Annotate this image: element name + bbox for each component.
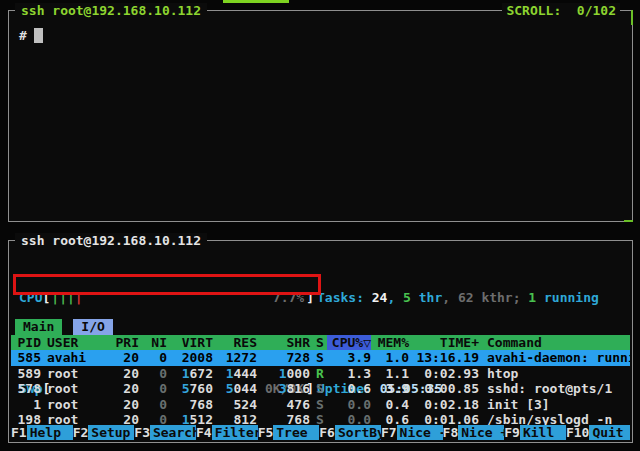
cell-virt: 1672 [167, 366, 213, 382]
fkey-label-F10: F10 [566, 425, 589, 441]
cell-cmd: avahi-daemon: running [479, 350, 630, 366]
fkey-action-nice-+[interactable]: Nice + [458, 425, 504, 441]
cell-time: 0:02.93 [409, 366, 479, 382]
fkey-label-F9: F9 [504, 425, 520, 441]
pane-title-ssh-session: ssh root@192.168.10.112 [15, 3, 207, 18]
cell-s: S [310, 381, 327, 397]
meter-bar-segment: | [75, 290, 83, 305]
cell-shr: 728 [257, 350, 310, 366]
cell-time: 13:16.19 [409, 350, 479, 366]
fkey-action-kill[interactable]: Kill [520, 425, 566, 441]
cell-mem: 1.0 [371, 350, 409, 366]
cell-res: 5044 [213, 381, 257, 397]
cell-virt: 768 [167, 397, 213, 413]
fkey-label-F6: F6 [319, 425, 335, 441]
column-header-pri[interactable]: PRI [105, 335, 139, 351]
htop-tab-bar: MainI/O [15, 319, 113, 335]
cell-ni: 0 [139, 397, 167, 413]
column-header-time[interactable]: TIME+ [409, 335, 479, 351]
column-header-cpu[interactable]: CPU%▽ [327, 335, 371, 351]
fkey-label-F7: F7 [381, 425, 397, 441]
cell-res: 1272 [213, 350, 257, 366]
cell-virt: 5760 [167, 381, 213, 397]
column-header-shr[interactable]: SHR [257, 335, 310, 351]
cell-cpu: 1.3 [327, 366, 371, 382]
prompt-symbol: # [19, 28, 27, 43]
fkey-label-F5: F5 [258, 425, 274, 441]
function-key-bar: F1HelpF2SetupF3SearchF4FilterF5TreeF6Sor… [11, 425, 630, 441]
cell-virt: 2008 [167, 350, 213, 366]
pane-corner-accent [624, 220, 633, 222]
cell-pri: 20 [105, 397, 139, 413]
cell-user: avahi [41, 350, 105, 366]
cell-user: root [41, 366, 105, 382]
terminal-pane-top[interactable]: ssh root@192.168.10.112 SCROLL: 0/102 # [8, 10, 633, 222]
process-row-1[interactable]: 1root200768524476S0.00.40:02.18init [3] [11, 397, 630, 413]
cell-mem: 1.1 [371, 366, 409, 382]
cell-shr: 476 [257, 397, 310, 413]
cell-pri: 20 [105, 366, 139, 382]
terminal-pane-bottom[interactable]: ssh root@192.168.10.112 CPU[ ||||7.7% ] … [8, 240, 633, 443]
tab-main[interactable]: Main [15, 319, 62, 335]
cell-ni: 0 [139, 366, 167, 382]
process-row-585[interactable]: 585avahi20020081272728S3.91.013:16.19ava… [11, 350, 630, 366]
pane-title-ssh-session: ssh root@192.168.10.112 [15, 233, 207, 248]
cell-pid: 1 [11, 397, 41, 413]
cell-cmd: sshd: root@pts/1 [479, 381, 630, 397]
fkey-action-filter[interactable]: Filter [212, 425, 258, 441]
column-header-user[interactable]: USER [41, 335, 105, 351]
fkey-action-help[interactable]: Help [27, 425, 73, 441]
column-header-mem[interactable]: MEM% [371, 335, 409, 351]
cell-s: R [310, 366, 327, 382]
cell-cmd: htop [479, 366, 630, 382]
cell-ni: 0 [139, 350, 167, 366]
column-header-ni[interactable]: NI [139, 335, 167, 351]
fkey-label-F2: F2 [73, 425, 89, 441]
cell-time: 0:02.18 [409, 397, 479, 413]
column-header-virt[interactable]: VIRT [167, 335, 213, 351]
fkey-label-F4: F4 [196, 425, 212, 441]
fkey-action-setup[interactable]: Setup [88, 425, 134, 441]
column-header-s[interactable]: S [310, 335, 327, 351]
cell-cpu: 0.0 [327, 397, 371, 413]
tasks-summary: Tasks: 24, 5 thr, 62 kthr; 1 running [317, 290, 630, 306]
cell-cmd: init [3] [479, 397, 630, 413]
cell-pid: 578 [11, 381, 41, 397]
cpu-meter: CPU[ ||||7.7% ] [11, 290, 314, 306]
process-row-589[interactable]: 589root200167214441000R1.31.10:02.93htop [11, 366, 630, 382]
process-row-578[interactable]: 578root200576050443816S0.63.90:00.85sshd… [11, 381, 630, 397]
cell-cpu: 0.6 [327, 381, 371, 397]
cell-time: 0:00.85 [409, 381, 479, 397]
cell-s: S [310, 350, 327, 366]
cell-res: 524 [213, 397, 257, 413]
htop-screen: CPU[ ||||7.7% ] Mem[ |||||||||||||||||||… [11, 255, 630, 442]
cell-mem: 3.9 [371, 381, 409, 397]
column-header-res[interactable]: RES [213, 335, 257, 351]
fkey-action-search[interactable]: Search [150, 425, 196, 441]
terminal-cursor [34, 28, 43, 43]
cell-s: S [310, 397, 327, 413]
fkey-label-F3: F3 [134, 425, 150, 441]
fkey-action-sortby[interactable]: SortBy [335, 425, 381, 441]
cell-res: 1444 [213, 366, 257, 382]
cell-ni: 0 [139, 381, 167, 397]
process-table: PIDUSERPRINIVIRTRESSHRSCPU%▽MEM%TIME+Com… [11, 335, 630, 428]
column-header-cmd[interactable]: Command [479, 335, 630, 351]
cell-pri: 20 [105, 381, 139, 397]
fkey-action-nice--[interactable]: Nice - [397, 425, 443, 441]
table-header-row: PIDUSERPRINIVIRTRESSHRSCPU%▽MEM%TIME+Com… [11, 335, 630, 351]
pane-corner-accent [631, 10, 633, 25]
cell-pid: 585 [11, 350, 41, 366]
cell-cpu: 3.9 [327, 350, 371, 366]
column-header-pid[interactable]: PID [11, 335, 41, 351]
cell-user: root [41, 397, 105, 413]
fkey-action-quit[interactable]: Quit [589, 425, 630, 441]
meter-bar-segment: ||| [51, 290, 74, 305]
cell-shr: 3816 [257, 381, 310, 397]
scroll-indicator: SCROLL: 0/102 [502, 3, 620, 18]
fkey-action-tree[interactable]: Tree [273, 425, 319, 441]
shell-prompt[interactable]: # [19, 28, 43, 43]
cell-user: root [41, 381, 105, 397]
cell-pid: 589 [11, 366, 41, 382]
tab-io[interactable]: I/O [73, 319, 112, 335]
